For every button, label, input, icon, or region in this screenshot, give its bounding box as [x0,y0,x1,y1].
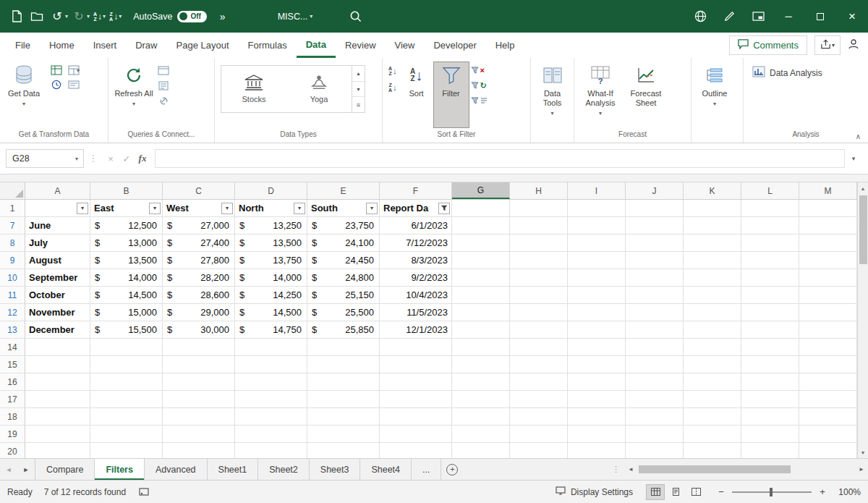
cell-F19[interactable] [380,426,452,443]
cell-A18[interactable] [25,408,90,426]
cell-H7[interactable] [510,217,568,234]
cell-K14[interactable] [684,339,741,356]
column-header-h[interactable]: H [510,182,568,199]
cell-J10[interactable] [626,269,684,287]
sheet-tab-sheet1[interactable]: Sheet1 [208,459,259,480]
cell-L17[interactable] [741,391,799,408]
cell-G9[interactable] [452,252,510,269]
cell-A11[interactable]: October [25,287,90,304]
cell-C18[interactable] [163,408,235,426]
cell-M12[interactable] [799,304,857,321]
cell-D19[interactable] [235,426,307,443]
cell-F8[interactable]: 7/12/2023 [380,234,452,252]
cell-E13[interactable]: $25,850 [307,321,380,339]
cell-H10[interactable] [510,269,568,287]
cell-G13[interactable] [452,321,510,339]
cell-F13[interactable]: 12/1/2023 [380,321,452,339]
document-dropdown-icon[interactable]: ▾ [310,13,312,20]
redo-icon[interactable]: ↻ [69,6,88,28]
sort-descending-dropdown-icon[interactable]: ▾ [119,13,122,20]
properties-icon[interactable] [158,80,169,91]
cell-C10[interactable]: $28,200 [163,269,235,287]
cell-J18[interactable] [626,408,684,426]
sort-a-to-z-icon[interactable]: AZ↓ [387,64,399,77]
column-header-b[interactable]: B [90,182,163,199]
sheet-tab-compare[interactable]: Compare [35,459,95,480]
cell-E9[interactable]: $24,450 [307,252,380,269]
cell-B19[interactable] [90,426,163,443]
formula-bar-expand-icon[interactable]: ▾ [845,155,862,162]
collapse-ribbon-icon[interactable]: ∧ [856,132,861,140]
vertical-scrollbar[interactable]: ▲ ▼ [857,182,868,458]
cell-A16[interactable] [25,373,90,391]
cell-K1[interactable] [684,200,741,217]
zoom-slider-thumb[interactable] [770,488,773,496]
cell-L12[interactable] [741,304,799,321]
cell-H15[interactable] [510,356,568,373]
cell-M13[interactable] [799,321,857,339]
cell-C12[interactable]: $29,000 [163,304,235,321]
search-icon[interactable] [346,6,365,28]
cell-C13[interactable]: $30,000 [163,321,235,339]
sheet-nav-right-icon[interactable]: ► [17,459,35,480]
cell-D9[interactable]: $13,750 [235,252,307,269]
cell-I8[interactable] [568,234,626,252]
sort-button[interactable]: AZ↓ Sort [400,62,433,128]
cell-J11[interactable] [626,287,684,304]
cell-A12[interactable]: November [25,304,90,321]
column-header-i[interactable]: I [568,182,626,199]
formula-bar-handle[interactable]: ⋮ [84,153,103,164]
tab-split-handle[interactable]: ⋮ [608,465,624,474]
column-header-k[interactable]: K [684,182,741,199]
reapply-filter-button[interactable]: ↻ [471,80,488,91]
name-box[interactable]: G28 ▾ [6,149,84,168]
sort-ascending-dropdown-icon[interactable]: ▾ [103,13,106,20]
advanced-filter-button[interactable] [471,95,488,106]
ribbon-tab-developer[interactable]: Developer [424,33,485,58]
cell-L20[interactable] [741,443,799,458]
cell-B20[interactable] [90,443,163,458]
cell-A15[interactable] [25,356,90,373]
cell-D16[interactable] [235,373,307,391]
insert-function-icon[interactable]: fx [135,153,150,164]
cell-L15[interactable] [741,356,799,373]
cell-I9[interactable] [568,252,626,269]
filter-dropdown-icon[interactable]: ▾ [366,203,378,214]
cell-H17[interactable] [510,391,568,408]
ribbon-tab-draw[interactable]: Draw [126,33,166,58]
ribbon-tab-data[interactable]: Data [297,33,336,58]
cell-L11[interactable] [741,287,799,304]
cell-C1[interactable]: West▾ [163,200,235,217]
cell-M18[interactable] [799,408,857,426]
yoga-data-type[interactable]: Yoga [286,66,352,112]
stocks-data-type[interactable]: Stocks [221,66,286,112]
cell-C19[interactable] [163,426,235,443]
select-all-corner[interactable] [0,182,25,199]
forecast-sheet-button[interactable]: Forecast Sheet [624,62,668,128]
cell-J20[interactable] [626,443,684,458]
cell-D11[interactable]: $14,250 [235,287,307,304]
undo-icon[interactable]: ↺ [48,6,67,28]
cell-I13[interactable] [568,321,626,339]
cell-G15[interactable] [452,356,510,373]
cell-F17[interactable] [380,391,452,408]
new-sheet-button[interactable]: + [441,459,463,480]
sheet-tab-filters[interactable]: Filters [95,459,145,480]
cell-A8[interactable]: July [25,234,90,252]
cell-K8[interactable] [684,234,741,252]
cell-I12[interactable] [568,304,626,321]
cell-A1[interactable]: ▾ [25,200,90,217]
ribbon-tab-formulas[interactable]: Formulas [239,33,297,58]
cell-D8[interactable]: $13,500 [235,234,307,252]
cell-M8[interactable] [799,234,857,252]
close-button[interactable]: × [836,0,868,33]
cell-B14[interactable] [90,339,163,356]
what-if-analysis-button[interactable]: ? What-If Analysis ▾ [577,62,624,128]
cell-K11[interactable] [684,287,741,304]
cell-L7[interactable] [741,217,799,234]
macro-record-icon[interactable] [135,488,153,496]
cell-B15[interactable] [90,356,163,373]
cell-L16[interactable] [741,373,799,391]
cell-K9[interactable] [684,252,741,269]
cell-B7[interactable]: $12,500 [90,217,163,234]
